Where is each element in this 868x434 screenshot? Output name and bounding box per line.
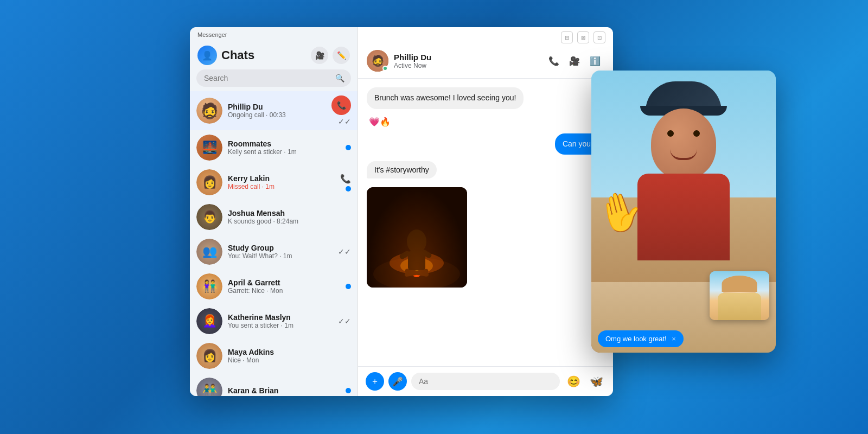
maximize-button[interactable]: ⊠	[577, 31, 589, 43]
unread-indicator	[346, 145, 351, 150]
chat-name: Maya Adkins	[228, 348, 346, 356]
avatar: 🌉	[196, 135, 222, 161]
end-call-button[interactable]: 📞	[331, 95, 351, 115]
video-new-button[interactable]: 🎥	[311, 47, 328, 64]
message-text: It's #storyworthy	[374, 165, 429, 174]
sticker-button[interactable]: 🦋	[587, 372, 605, 391]
messenger-window: Messenger 👤 Chats 🎥 ✏️ 🔍 🧔	[190, 27, 613, 396]
unread-indicator	[346, 186, 351, 192]
sidebar: Messenger 👤 Chats 🎥 ✏️ 🔍 🧔	[190, 27, 358, 396]
chat-name: Roommates	[228, 139, 340, 148]
read-indicator: ✓✓	[338, 247, 351, 256]
chat-name: April & Garrett	[228, 278, 340, 287]
chat-name: Joshua Mensah	[228, 209, 346, 218]
close-button[interactable]: ⊡	[593, 31, 605, 43]
app-name: Messenger	[190, 27, 358, 40]
sidebar-actions: 🎥 ✏️	[311, 47, 350, 64]
input-bar: ＋ 🎤 😊 🦋	[358, 366, 613, 396]
message-text: Brunch was awesome! I loved seeing you!	[374, 93, 516, 102]
chat-info: Katherine Maslyn You sent a sticker · 1m	[228, 313, 333, 329]
message-image	[367, 187, 467, 288]
list-item[interactable]: 🧔 Phillip Du Ongoing call · 00:33 📞 ✓✓	[190, 91, 358, 130]
compose-button[interactable]: ✏️	[333, 47, 350, 64]
avatar: 👩‍🦰	[196, 308, 222, 334]
chat-meta	[346, 388, 351, 393]
message-reactions: 💗🔥	[369, 117, 391, 127]
chat-list: 🧔 Phillip Du Ongoing call · 00:33 📞 ✓✓ 🌉	[190, 91, 358, 396]
chat-preview: Missed call · 1m	[228, 183, 335, 190]
emoji-button[interactable]: 😊	[564, 372, 583, 391]
phillip-du-avatar: 🧔	[196, 98, 222, 124]
unread-indicator	[346, 388, 351, 393]
contact-name: Phillip Du	[394, 53, 539, 62]
minimize-button[interactable]: ⊟	[561, 31, 573, 43]
chat-name: Phillip Du	[228, 103, 326, 111]
unread-indicator	[346, 284, 351, 289]
chat-meta: 📞	[340, 174, 351, 192]
list-item[interactable]: 👫 April & Garrett Garrett: Nice · Mon	[190, 269, 358, 304]
chat-preview: You sent a sticker · 1m	[228, 322, 333, 329]
list-item[interactable]: 🌉 Roommates Kelly sent a sticker · 1m	[190, 130, 358, 165]
chat-info: Karan & Brian	[228, 386, 340, 395]
info-button[interactable]: ℹ️	[586, 52, 604, 70]
chat-preview: Ongoing call · 00:33	[228, 111, 326, 119]
avatar: 👨	[196, 204, 222, 230]
list-item[interactable]: 👥 Study Group You: Wait! What? · 1m ✓✓	[190, 234, 358, 269]
katherine-avatar: 👩‍🦰	[196, 308, 222, 334]
maya-avatar: 👩	[196, 343, 222, 369]
video-scene: ✋ Omg we look great! ×	[591, 71, 776, 353]
avatar: 👩	[196, 169, 222, 195]
avatar: 🧔	[196, 98, 222, 124]
roommates-avatar: 🌉	[196, 135, 222, 161]
chat-info: Joshua Mensah K sounds good · 8:24am	[228, 209, 346, 225]
pip-person-face	[710, 271, 769, 320]
call-bubble-text: Omg we look great!	[605, 335, 667, 343]
chat-info: Kerry Lakin Missed call · 1m	[228, 174, 335, 190]
list-item[interactable]: 👨 Joshua Mensah K sounds good · 8:24am	[190, 200, 358, 234]
chat-header: 🧔 Phillip Du Active Now 📞 🎥 ℹ️	[358, 43, 613, 79]
list-item[interactable]: 👩 Kerry Lakin Missed call · 1m 📞	[190, 165, 358, 200]
study-group-avatar: 👥	[196, 239, 222, 265]
read-indicator: ✓✓	[338, 117, 351, 126]
video-call-overlay: ✋ Omg we look great! ×	[591, 71, 776, 353]
chat-info: Roommates Kelly sent a sticker · 1m	[228, 139, 340, 156]
search-input[interactable]	[196, 69, 351, 87]
active-status-dot	[382, 66, 388, 71]
user-avatar[interactable]: 👤	[197, 46, 217, 65]
chat-name: Study Group	[228, 244, 333, 252]
message-bubble: It's #storyworthy	[367, 161, 437, 178]
chat-preview: Nice · Mon	[228, 356, 346, 364]
kerry-avatar: 👩	[196, 169, 222, 195]
mic-button[interactable]: 🎤	[388, 372, 407, 391]
phone-call-button[interactable]: 📞	[545, 52, 563, 70]
video-call-button[interactable]: 🎥	[565, 52, 584, 70]
call-message-bubble: Omg we look great! ×	[598, 330, 684, 347]
call-bubble-close[interactable]: ×	[672, 335, 676, 343]
contact-info: Phillip Du Active Now	[394, 53, 539, 69]
chat-preview: Kelly sent a sticker · 1m	[228, 148, 340, 156]
chat-meta: 📞 ✓✓	[331, 95, 351, 126]
april-garrett-avatar: 👫	[196, 273, 222, 299]
joshua-avatar: 👨	[196, 204, 222, 230]
pip-video	[710, 271, 769, 320]
chat-meta: ✓✓	[338, 247, 351, 256]
sidebar-title: Chats	[221, 48, 307, 62]
chat-pane: ⊟ ⊠ ⊡ 🧔 Phillip Du Active Now 📞 🎥 ℹ️	[358, 27, 613, 396]
avatar: 👥	[196, 239, 222, 265]
chat-meta	[346, 284, 351, 289]
message-input[interactable]	[411, 373, 560, 390]
chat-meta: ✓✓	[338, 317, 351, 326]
chat-name: Karan & Brian	[228, 386, 340, 395]
contact-avatar: 🧔	[367, 50, 388, 72]
karan-brian-avatar: 👬	[196, 378, 222, 396]
chat-name: Kerry Lakin	[228, 174, 335, 183]
add-button[interactable]: ＋	[366, 372, 384, 391]
list-item[interactable]: 👩‍🦰 Katherine Maslyn You sent a sticker …	[190, 304, 358, 339]
svg-point-9	[407, 229, 426, 253]
missed-call-icon: 📞	[340, 174, 351, 184]
chat-info: Maya Adkins Nice · Mon	[228, 348, 346, 364]
list-item[interactable]: 👬 Karan & Brian	[190, 373, 358, 396]
chat-info: April & Garrett Garrett: Nice · Mon	[228, 278, 340, 295]
contact-status: Active Now	[394, 62, 539, 69]
list-item[interactable]: 👩 Maya Adkins Nice · Mon	[190, 339, 358, 373]
